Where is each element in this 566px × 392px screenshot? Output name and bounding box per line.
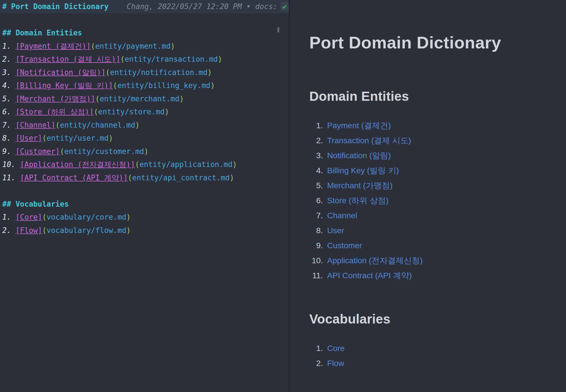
paren-open: ( bbox=[113, 81, 117, 90]
list-item-number: 1. bbox=[309, 341, 323, 356]
md-link[interactable]: [Billing Key (빌링 키)] bbox=[16, 81, 113, 90]
list-item-number: 11. bbox=[309, 268, 323, 283]
list-item-number: 10. bbox=[309, 253, 323, 268]
editor-title-line: # Port Domain DictionaryChang, 2022/05/2… bbox=[0, 0, 289, 13]
preview-link[interactable]: Channel bbox=[327, 208, 357, 223]
preview-link[interactable]: Customer bbox=[327, 238, 362, 253]
preview-link[interactable]: User bbox=[327, 223, 344, 238]
md-link-target: entity/api_contract.md bbox=[132, 173, 230, 182]
list-item: 1.Core bbox=[309, 341, 555, 356]
preview-link[interactable]: Flow bbox=[327, 356, 344, 371]
preview-link[interactable]: Application (전자결제신청) bbox=[327, 253, 423, 268]
markdown-list-line: 2. [Flow](vocabulary/flow.md) bbox=[0, 224, 289, 237]
list-item-number: 8. bbox=[309, 223, 323, 238]
paren-close: ) bbox=[126, 213, 131, 221]
md-link-target: entity/customer.md bbox=[64, 147, 144, 156]
list-number: 11. bbox=[2, 173, 16, 182]
paren-close: ) bbox=[144, 147, 149, 156]
markdown-preview-pane[interactable]: Port Domain Dictionary Domain Entities1.… bbox=[290, 0, 566, 392]
preview-link[interactable]: Store (하위 상점) bbox=[327, 193, 389, 208]
md-link[interactable]: [API Contract (API 계약)] bbox=[20, 173, 128, 182]
markdown-heading-line: ## Vocabularies bbox=[0, 198, 289, 211]
paren-close: ) bbox=[232, 160, 237, 169]
paren-open: ( bbox=[128, 173, 132, 182]
list-number: 8. bbox=[2, 134, 11, 142]
preview-link[interactable]: API Contract (API 계약) bbox=[327, 268, 412, 283]
list-item-number: 5. bbox=[309, 178, 323, 193]
blame-text: Chang, 2022/05/27 12:20 PM • docs: bbox=[127, 2, 277, 11]
markdown-list-line: 3. [Notification (알림)](entity/notificati… bbox=[0, 66, 289, 79]
paren-open: ( bbox=[42, 226, 47, 235]
preview-list: 1.Payment (결제건)2.Transaction (결제 시도)3.No… bbox=[309, 118, 555, 283]
paren-close: ) bbox=[109, 134, 113, 142]
preview-link[interactable]: Billing Key (빌링 키) bbox=[327, 163, 399, 178]
list-item-number: 2. bbox=[309, 133, 323, 148]
paren-close: ) bbox=[218, 55, 222, 63]
preview-link[interactable]: Core bbox=[327, 341, 345, 356]
paren-close: ) bbox=[165, 108, 169, 116]
list-item: 6.Store (하위 상점) bbox=[309, 193, 555, 208]
preview-link[interactable]: Transaction (결제 시도) bbox=[327, 133, 411, 148]
list-number: 4. bbox=[2, 81, 11, 90]
paren-close: ) bbox=[179, 95, 184, 103]
git-blame-annotation[interactable]: Chang, 2022/05/27 12:20 PM • docs:✔( bbox=[127, 2, 289, 11]
paren-close: ) bbox=[207, 68, 212, 77]
preview-section-heading: Vocabularies bbox=[309, 311, 555, 327]
md-link-target: entity/user.md bbox=[47, 134, 109, 142]
md-link[interactable]: [Customer] bbox=[16, 147, 60, 156]
paren-close: ) bbox=[135, 121, 140, 129]
md-link[interactable]: [Core] bbox=[16, 213, 42, 221]
paren-open: ( bbox=[42, 134, 47, 142]
markdown-list-line: 8. [User](entity/user.md) bbox=[0, 132, 289, 145]
md-link-target: entity/billing_key.md bbox=[117, 81, 211, 90]
paren-open: ( bbox=[95, 95, 100, 103]
md-link[interactable]: [Application (전자결제신청)] bbox=[20, 160, 135, 169]
paren-open: ( bbox=[120, 55, 125, 63]
list-number: 7. bbox=[2, 121, 11, 129]
preview-page-title: Port Domain Dictionary bbox=[309, 33, 555, 52]
preview-link[interactable]: Merchant (가맹점) bbox=[327, 178, 393, 193]
markdown-list-line: 4. [Billing Key (빌링 키)](entity/billing_k… bbox=[0, 79, 289, 92]
list-item: 4.Billing Key (빌링 키) bbox=[309, 163, 555, 178]
md-link[interactable]: [Transaction (결제 시도)] bbox=[16, 55, 120, 63]
list-number: 3. bbox=[2, 68, 11, 77]
md-link-target: vocabulary/flow.md bbox=[47, 226, 127, 235]
paren-close: ) bbox=[171, 42, 175, 50]
preview-link[interactable]: Payment (결제건) bbox=[327, 118, 391, 133]
markdown-list-line: 1. [Core](vocabulary/core.md) bbox=[0, 211, 289, 224]
paren-open: ( bbox=[106, 68, 110, 77]
list-item: 2.Transaction (결제 시도) bbox=[309, 133, 555, 148]
list-item: 1.Payment (결제건) bbox=[309, 118, 555, 133]
md-link[interactable]: [Notification (알림)] bbox=[16, 68, 106, 77]
md-link-target: entity/store.md bbox=[98, 108, 165, 116]
md-link[interactable]: [Merchant (가맹점)] bbox=[16, 95, 95, 103]
markdown-list-line: 1. [Payment (결제건)](entity/payment.md) bbox=[0, 40, 289, 53]
md-link[interactable]: [User] bbox=[16, 134, 42, 142]
md-link[interactable]: [Store (하위 상점)] bbox=[16, 108, 94, 116]
preview-sections: Domain Entities1.Payment (결제건)2.Transact… bbox=[309, 89, 555, 371]
preview-content: Port Domain Dictionary Domain Entities1.… bbox=[290, 33, 566, 371]
blank-line bbox=[0, 13, 289, 27]
check-icon: ✔ bbox=[281, 2, 289, 11]
markdown-h2-source: ## Vocabularies bbox=[2, 200, 69, 208]
markdown-heading-line: ## Domain Entities bbox=[0, 26, 289, 40]
md-link[interactable]: [Payment (결제건)] bbox=[16, 42, 91, 50]
editor-lines: # Port Domain DictionaryChang, 2022/05/2… bbox=[0, 0, 289, 237]
list-item-number: 2. bbox=[309, 356, 323, 371]
markdown-h1-source: # Port Domain Dictionary bbox=[2, 2, 109, 11]
list-item-number: 9. bbox=[309, 238, 323, 253]
paren-close: ) bbox=[210, 81, 215, 90]
md-link[interactable]: [Channel] bbox=[16, 121, 55, 129]
paren-close: ) bbox=[230, 173, 234, 182]
markdown-editor-pane[interactable]: # Port Domain DictionaryChang, 2022/05/2… bbox=[0, 0, 289, 392]
list-item-number: 3. bbox=[309, 148, 323, 163]
paren-close: ) bbox=[126, 226, 131, 235]
preview-link[interactable]: Notification (알림) bbox=[327, 148, 391, 163]
preview-list: 1.Core2.Flow bbox=[309, 341, 555, 371]
paren-open: ( bbox=[60, 147, 65, 156]
md-link-target: entity/merchant.md bbox=[100, 95, 179, 103]
editor-scrollbar-thumb[interactable] bbox=[277, 27, 279, 33]
list-number: 1. bbox=[2, 213, 11, 221]
list-number: 10. bbox=[2, 160, 16, 169]
md-link[interactable]: [Flow] bbox=[16, 226, 42, 235]
